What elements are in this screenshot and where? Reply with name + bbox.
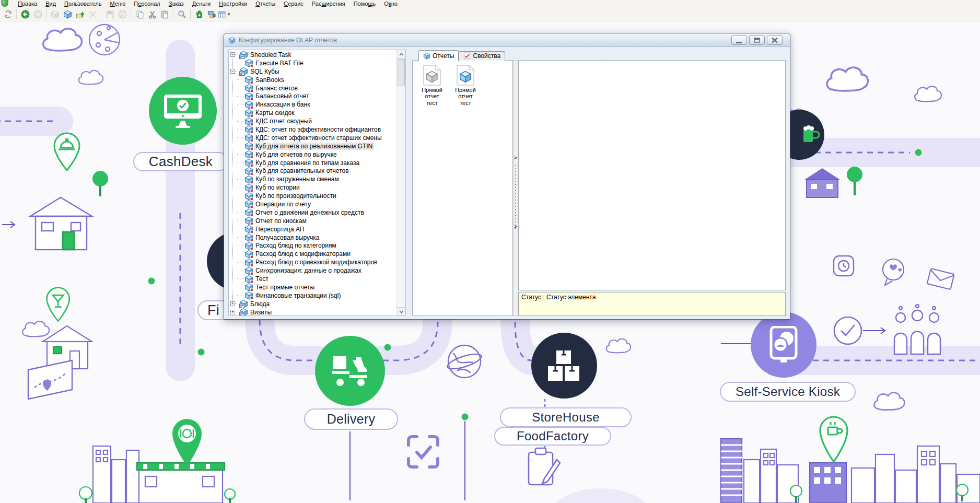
app-icon[interactable]	[1, 0, 8, 7]
menu-item-3[interactable]: Меню	[106, 1, 130, 7]
cube-gray-button	[49, 8, 61, 20]
recycle-button[interactable]	[193, 8, 205, 20]
import-button[interactable]	[74, 8, 86, 20]
report-item-gray[interactable]: Прямой отчеттест	[416, 65, 448, 106]
tree-item[interactable]: Карты скидок	[229, 109, 396, 117]
tree-item[interactable]: Расход блюд по категориям	[229, 241, 396, 250]
menu-item-0[interactable]: Правка	[14, 1, 41, 7]
report-item-blue[interactable]: Прямой отчеттест	[449, 65, 482, 106]
tree-item[interactable]: КДС: отчет эффективности старших смены	[229, 134, 396, 142]
refresh-button[interactable]	[2, 8, 14, 20]
cube-blue-button[interactable]	[61, 8, 74, 20]
tab-reports[interactable]: Отчеты	[418, 50, 459, 61]
status-bar: Статус:: Статус элемента	[518, 292, 786, 316]
expand-box-icon[interactable]: +	[230, 301, 235, 306]
dropdown-caret-icon[interactable]: ▼	[227, 12, 231, 17]
tree-connector	[237, 271, 243, 271]
menu-item-12[interactable]: Окно	[380, 1, 402, 7]
tree-item[interactable]: Куб по производительности	[229, 192, 396, 200]
cube-icon	[244, 233, 253, 242]
collapse-box-icon[interactable]: −	[230, 52, 235, 57]
people-group-doodle	[894, 305, 940, 354]
menu-item-2[interactable]: Пользователь	[60, 1, 106, 7]
menu-item-5[interactable]: Заказ	[165, 1, 188, 7]
tree-item[interactable]: Операции по счету	[229, 200, 396, 208]
tree-item[interactable]: Расход блюд с модификаторами	[229, 250, 396, 258]
menu-item-7[interactable]: Настройки	[215, 1, 251, 7]
menu-item-8[interactable]: Отчеты	[251, 1, 279, 7]
panel-splitter[interactable]: > >	[513, 60, 518, 316]
search-button[interactable]	[176, 8, 188, 20]
minimize-button[interactable]	[731, 36, 747, 45]
hearts-chat-doodle	[883, 259, 904, 285]
tree-item[interactable]: Execute BAT File	[229, 59, 396, 67]
cut-button[interactable]	[146, 8, 158, 20]
tree-item[interactable]: Куб для сравнительных отчетов	[229, 167, 396, 175]
menu-item-10[interactable]: Расширения	[308, 1, 349, 7]
maximize-button[interactable]	[749, 36, 765, 45]
splitter-collapse-bottom-icon[interactable]: >	[514, 223, 518, 231]
tree-item[interactable]: +Визиты	[229, 308, 396, 316]
tree-item[interactable]: Тест	[229, 275, 396, 283]
nav-back-button[interactable]	[19, 8, 31, 20]
splitter-collapse-top-icon[interactable]: >	[514, 154, 518, 162]
tree-item[interactable]: КДС: отчет по эффективности официантов	[229, 125, 396, 134]
tree-item[interactable]: Куб для отчетов по выручке	[229, 150, 396, 159]
tree-item[interactable]: −SQL Кубы	[229, 67, 396, 76]
tree-doodle-left	[92, 171, 108, 196]
copy-button[interactable]	[133, 8, 146, 20]
tree-item[interactable]: Куб для отчета по реализованным GTIN	[229, 142, 396, 150]
tree-item-label: КДС: отчет по эффективности официантов	[254, 126, 382, 133]
scroll-up-arrow-icon[interactable]	[397, 50, 405, 59]
tree-connector	[237, 295, 243, 296]
tree-item[interactable]: Получасовая выручка	[229, 233, 396, 242]
tree-item[interactable]: Пересортица АП	[229, 225, 396, 233]
tree-item-label: SanBooks	[254, 76, 286, 84]
tree-item[interactable]: SanBooks	[229, 76, 396, 84]
tree-item[interactable]: Балансовый отчет	[229, 92, 396, 100]
tree-item[interactable]: Отчет о движении денежных средств	[229, 208, 396, 217]
tree-connector	[237, 121, 243, 122]
menu-item-9[interactable]: Сервис	[279, 1, 308, 7]
menu-item-6[interactable]: Деньги	[188, 1, 215, 7]
tree-item[interactable]: +Блюда	[229, 300, 396, 308]
tree-item[interactable]: КДС отчет сводный	[229, 117, 396, 125]
paste-button[interactable]	[158, 8, 171, 20]
tree-connector	[237, 88, 243, 88]
beer-mug-icon	[800, 124, 821, 145]
dialog-titlebar[interactable]: Конфигурирование OLAP отчетов	[224, 33, 790, 47]
tree-scrollbar[interactable]	[396, 50, 405, 315]
expand-box-icon[interactable]: +	[230, 310, 235, 314]
menu-item-4[interactable]: Персонал	[130, 1, 165, 7]
scroll-down-arrow-icon[interactable]	[397, 307, 405, 315]
tree-item-label: Пересортица АП	[254, 226, 306, 233]
tree-connector	[237, 254, 243, 254]
tree-item[interactable]: Куб по загруженным сменам	[229, 175, 396, 183]
tree-item[interactable]: Куб по истории	[229, 183, 396, 192]
grid-view-button[interactable]: ▼	[218, 8, 230, 20]
menu-item-11[interactable]: Помощь	[349, 1, 380, 7]
tree-item[interactable]: Инкассация в банк	[229, 100, 396, 109]
cube-icon	[244, 59, 253, 67]
close-button[interactable]	[767, 36, 783, 45]
menu-item-1[interactable]: Вид	[41, 1, 60, 7]
tree-item[interactable]: Баланс счетов	[229, 84, 396, 92]
tree-item[interactable]: Тест прямые отчеты	[229, 283, 396, 291]
tree-item[interactable]: −Sheduled Task	[229, 51, 396, 59]
permissions-button[interactable]	[205, 8, 218, 20]
report-detail-area[interactable]	[518, 60, 786, 290]
tree-connector	[237, 179, 243, 180]
collapse-box-icon[interactable]: −	[230, 69, 235, 74]
tree-item-label: Визиты	[249, 309, 273, 316]
tree-item[interactable]: Расход блюд с привязкой модификаторов	[229, 258, 396, 266]
tab-properties[interactable]: Свойства	[459, 51, 505, 61]
tree-item[interactable]: Финансовые транзакции (sql)	[229, 291, 396, 300]
save-button	[103, 8, 116, 20]
tree-item[interactable]: Отчет по киоскам	[229, 217, 396, 225]
cube-icon	[244, 142, 253, 150]
tree-item[interactable]: Синхронизация: данные о продажах	[229, 266, 396, 275]
city-right-doodle	[721, 439, 980, 503]
scrollbar-thumb[interactable]	[398, 59, 405, 86]
tree-item[interactable]: Куб для сравнения по типам заказа	[229, 159, 396, 167]
kiosk-tablet-icon	[768, 326, 799, 364]
